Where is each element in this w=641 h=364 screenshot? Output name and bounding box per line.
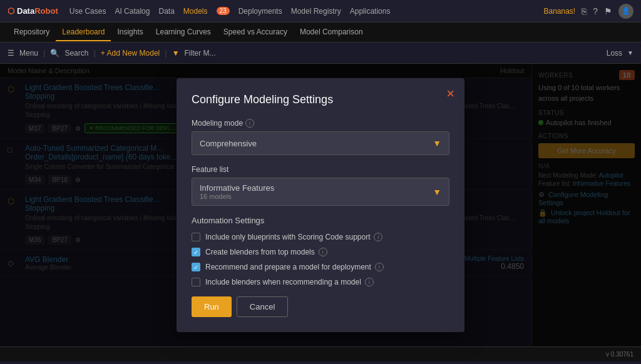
- bottom-bar: v 0.30761: [0, 346, 641, 361]
- subnav-repository[interactable]: Repository: [8, 24, 56, 41]
- subnav-speed-accuracy[interactable]: Speed vs Accuracy: [217, 24, 294, 41]
- add-model-button[interactable]: + Add New Model: [101, 49, 160, 58]
- cb4-info-icon[interactable]: i: [365, 278, 374, 286]
- checkbox-row-3: ✓ Recommend and prepare a model for depl…: [192, 263, 449, 271]
- modal: Configure Modeling Settings × Modeling m…: [177, 78, 464, 332]
- checkbox-row-1: Include only blueprints with Scoring Cod…: [192, 233, 449, 241]
- version-text: v 0.30761: [606, 351, 633, 358]
- subnav-leaderboard[interactable]: Leaderboard: [56, 24, 111, 41]
- filter-icon: ▼: [172, 49, 180, 58]
- toolbar: ☰ Menu | 🔍 Search | + Add New Model | ▼ …: [0, 43, 641, 64]
- feature-list-values: Informative Features 16 models: [200, 183, 274, 200]
- checkbox-label-4: Include blenders when recommending a mod…: [205, 278, 374, 286]
- subnav-learning-curves[interactable]: Learning Curves: [150, 24, 217, 41]
- nav-links: Use Cases AI Catalog Data Models 23 Depl…: [69, 7, 391, 16]
- checkbox-1[interactable]: [192, 233, 200, 241]
- nav-deployments[interactable]: Deployments: [238, 7, 282, 16]
- checkbox-label-1: Include only blueprints with Scoring Cod…: [205, 233, 382, 241]
- search-icon: 🔍: [50, 49, 59, 58]
- subnav-model-comparison[interactable]: Model Comparison: [294, 24, 369, 41]
- feature-list-group: Feature list Informative Features 16 mod…: [192, 165, 449, 206]
- checkbox-3[interactable]: ✓: [192, 263, 200, 271]
- loss-arrow-icon: ▼: [627, 49, 633, 56]
- checkbox-label-3: Recommend and prepare a model for deploy…: [205, 263, 384, 271]
- feature-list-value: Informative Features: [200, 183, 274, 193]
- automation-label: Automation Settings: [192, 216, 449, 225]
- cb1-info-icon[interactable]: i: [374, 233, 382, 241]
- feature-list-sub: 16 models: [200, 193, 274, 200]
- feature-list-label: Feature list: [192, 165, 449, 174]
- search-button[interactable]: Search: [64, 49, 88, 58]
- run-button[interactable]: Run: [192, 296, 232, 317]
- checkbox-row-4: Include blenders when recommending a mod…: [192, 278, 449, 286]
- checkbox-4[interactable]: [192, 278, 200, 286]
- help-icon[interactable]: ?: [593, 6, 598, 16]
- logo[interactable]: ⬡ DataRobot: [8, 6, 58, 16]
- loss-dropdown[interactable]: Loss: [607, 49, 622, 58]
- checkbox-label-2: Create blenders from top models i: [205, 248, 327, 256]
- modal-title: Configure Modeling Settings: [192, 93, 449, 106]
- nav-models[interactable]: Models: [183, 7, 208, 16]
- filter-button[interactable]: Filter M...: [185, 49, 216, 58]
- modal-footer: Run Cancel: [192, 296, 449, 317]
- modeling-mode-value: Comprehensive: [200, 139, 257, 148]
- share-icon[interactable]: ⎘: [582, 6, 587, 16]
- checkbox-row-2: ✓ Create blenders from top models i: [192, 248, 449, 256]
- subnav-insights[interactable]: Insights: [111, 24, 149, 41]
- modeling-mode-select[interactable]: Comprehensive ▼: [192, 131, 449, 155]
- modeling-mode-label: Modeling mode i: [192, 119, 449, 128]
- nav-right: Bananas! ⎘ ? ⚑ 👤: [543, 4, 633, 19]
- modeling-mode-info-icon[interactable]: i: [245, 119, 254, 128]
- modeling-mode-group: Modeling mode i Comprehensive ▼: [192, 119, 449, 155]
- feature-list-select[interactable]: Informative Features 16 models ▼: [192, 178, 449, 206]
- top-nav: ⬡ DataRobot Use Cases AI Catalog Data Mo…: [0, 0, 641, 23]
- modeling-mode-arrow-icon: ▼: [433, 138, 441, 148]
- cancel-button[interactable]: Cancel: [237, 296, 288, 317]
- user-avatar[interactable]: 👤: [618, 4, 633, 19]
- checkbox-2[interactable]: ✓: [192, 248, 200, 256]
- nav-model-registry[interactable]: Model Registry: [291, 7, 341, 16]
- automation-section: Automation Settings Include only bluepri…: [192, 216, 449, 286]
- modal-overlay: Configure Modeling Settings × Modeling m…: [0, 64, 641, 346]
- cb2-info-icon[interactable]: i: [319, 248, 327, 256]
- main-area: Model Name & Description Holdout ⬡ Light…: [0, 64, 641, 346]
- modal-close-button[interactable]: ×: [446, 87, 454, 101]
- cb3-info-icon[interactable]: i: [375, 263, 384, 271]
- menu-button[interactable]: Menu: [19, 49, 38, 58]
- feature-list-arrow-icon: ▼: [433, 187, 441, 197]
- menu-icon: ☰: [8, 49, 14, 58]
- models-badge: 23: [217, 7, 230, 15]
- user-name[interactable]: Bananas!: [543, 7, 575, 16]
- nav-data[interactable]: Data: [158, 7, 174, 16]
- nav-applications[interactable]: Applications: [350, 7, 391, 16]
- sub-nav: Repository Leaderboard Insights Learning…: [0, 23, 641, 43]
- nav-ai-catalog[interactable]: AI Catalog: [115, 7, 150, 16]
- flag-icon[interactable]: ⚑: [604, 6, 612, 16]
- nav-use-cases[interactable]: Use Cases: [69, 7, 106, 16]
